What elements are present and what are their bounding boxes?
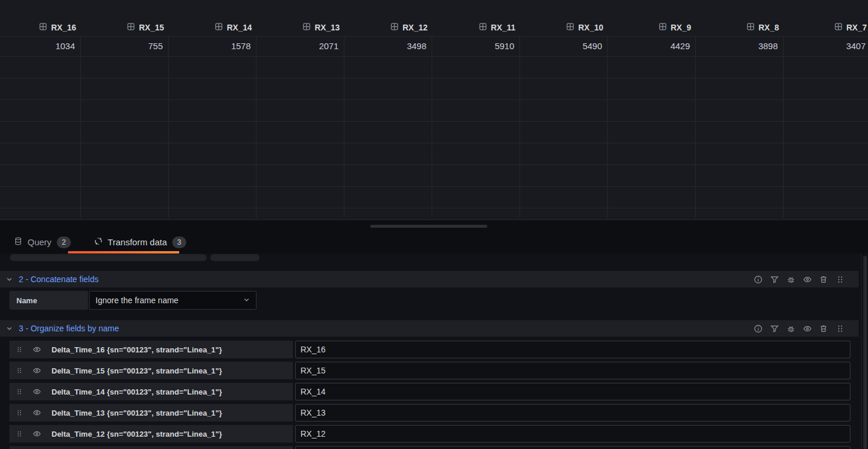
field-row-partial — [9, 446, 850, 449]
filter-icon[interactable] — [770, 324, 779, 333]
vertical-scrollbar-thumb[interactable] — [863, 256, 867, 449]
rename-input[interactable] — [295, 362, 850, 379]
query-count-badge: 2 — [57, 237, 71, 248]
rename-input[interactable] — [295, 425, 850, 443]
column-header-label: RX_14 — [227, 23, 252, 32]
table-icon — [747, 23, 754, 32]
table-icon — [127, 23, 135, 32]
table-icon — [479, 23, 487, 32]
eye-icon[interactable] — [29, 430, 45, 438]
table-column: 4429 — [608, 36, 696, 218]
column-header-label: RX_7 — [846, 23, 867, 32]
table-column: 1034 — [0, 36, 81, 218]
field-label-box: Delta_Time_15 {sn="00123", strand="Linea… — [9, 362, 293, 379]
field-name-label: Delta_Time_13 {sn="00123", strand="Linea… — [45, 409, 222, 417]
table-column: 1578 — [169, 36, 257, 218]
field-name-label: Delta_Time_12 {sn="00123", strand="Linea… — [45, 430, 222, 438]
table-column: 3898 — [696, 36, 784, 218]
column-header[interactable]: RX_11 — [432, 19, 520, 36]
tab-transform-data[interactable]: Transform data 3 — [85, 231, 196, 253]
frame-name-select[interactable]: Ignore the frame name — [89, 291, 257, 310]
grid-line — [0, 100, 868, 100]
drag-handle-icon[interactable] — [9, 346, 29, 353]
debug-icon[interactable] — [786, 275, 795, 284]
transform-content: 2 - Concatenate fields Name Ignore the f… — [0, 253, 868, 449]
info-icon[interactable] — [753, 275, 763, 284]
table-icon — [566, 23, 574, 32]
grid-line — [0, 56, 868, 57]
info-icon[interactable] — [753, 324, 763, 333]
drag-handle-icon[interactable] — [9, 409, 29, 416]
scroll-divider — [861, 253, 862, 449]
collapse-toggle-organize[interactable]: 3 - Organize fields by name — [0, 324, 119, 333]
field-label-box: Delta_Time_13 {sn="00123", strand="Linea… — [9, 404, 293, 421]
column-header-label: RX_8 — [758, 23, 779, 32]
table-column: 755 — [81, 36, 169, 218]
drag-handle-icon[interactable] — [9, 367, 29, 374]
eye-icon[interactable] — [802, 324, 812, 333]
table-icon — [835, 23, 842, 32]
rename-input[interactable] — [295, 383, 850, 400]
grid-line — [0, 78, 868, 78]
eye-icon[interactable] — [802, 275, 812, 284]
column-header-label: RX_13 — [315, 23, 340, 32]
column-header[interactable]: RX_16 — [0, 19, 81, 36]
table-icon — [659, 23, 667, 32]
trash-icon[interactable] — [819, 324, 828, 333]
column-header[interactable]: RX_10 — [520, 19, 608, 36]
table-cell: 4429 — [608, 36, 695, 56]
trash-icon[interactable] — [819, 275, 828, 284]
concatenate-options-row: Name Ignore the frame name — [9, 291, 257, 310]
rename-input[interactable] — [295, 404, 850, 421]
column-header[interactable]: RX_15 — [81, 19, 169, 36]
column-header-label: RX_16 — [51, 23, 76, 32]
transform-title: 3 - Organize fields by name — [19, 324, 119, 333]
rename-input[interactable] — [295, 341, 850, 358]
rename-input[interactable] — [295, 446, 850, 449]
grid-line — [0, 208, 868, 208]
table-cell: 3498 — [344, 36, 432, 56]
eye-icon[interactable] — [29, 409, 45, 417]
drag-handle-icon[interactable] — [835, 275, 845, 284]
table-cell: 2071 — [257, 36, 344, 56]
field-name-label: Delta_Time_16 {sn="00123", strand="Linea… — [45, 345, 222, 354]
clipped-scrolled-element — [210, 254, 259, 261]
transform-header-organize: 3 - Organize fields by name — [0, 320, 859, 337]
name-field-label: Name — [9, 291, 88, 310]
column-header-label: RX_12 — [402, 23, 428, 32]
debug-icon[interactable] — [786, 324, 795, 333]
field-row: Delta_Time_13 {sn="00123", strand="Linea… — [9, 404, 850, 421]
filter-icon[interactable] — [770, 275, 779, 284]
field-label-box: Delta_Time_14 {sn="00123", strand="Linea… — [9, 383, 293, 400]
chevron-down-icon — [6, 325, 13, 332]
column-header-label: RX_11 — [491, 23, 515, 32]
column-header[interactable]: RX_9 — [608, 19, 696, 36]
transform-title: 2 - Concatenate fields — [19, 275, 98, 284]
field-row: Delta_Time_14 {sn="00123", strand="Linea… — [9, 383, 850, 400]
column-header[interactable]: RX_14 — [169, 19, 257, 36]
drag-handle-icon[interactable] — [9, 430, 29, 437]
drag-handle-icon[interactable] — [9, 388, 29, 395]
eye-icon[interactable] — [29, 388, 45, 396]
eye-icon[interactable] — [29, 366, 45, 375]
column-header-label: RX_9 — [671, 23, 691, 32]
collapse-toggle-concatenate[interactable]: 2 - Concatenate fields — [0, 275, 98, 284]
transform-count-badge: 3 — [172, 237, 186, 248]
clipped-scrolled-element — [10, 254, 207, 261]
grid-line — [0, 121, 868, 122]
column-header[interactable]: RX_7 — [784, 19, 868, 36]
field-row: Delta_Time_15 {sn="00123", strand="Linea… — [9, 362, 850, 379]
drag-handle-icon[interactable] — [835, 324, 845, 333]
table-cell: 3898 — [696, 36, 783, 56]
table-cell: 755 — [81, 36, 168, 56]
column-header[interactable]: RX_13 — [257, 19, 344, 36]
table-cell: 5490 — [520, 36, 607, 56]
eye-icon[interactable] — [29, 345, 45, 354]
table-icon — [303, 23, 310, 32]
table-column: 3407 — [784, 36, 868, 218]
horizontal-scrollbar-thumb[interactable] — [370, 225, 487, 228]
column-header[interactable]: RX_8 — [696, 19, 784, 36]
table-panel: RX_16RX_15RX_14RX_13RX_12RX_11RX_10RX_9R… — [0, 0, 868, 220]
tab-query[interactable]: Query 2 — [5, 231, 80, 253]
column-header[interactable]: RX_12 — [344, 19, 432, 36]
